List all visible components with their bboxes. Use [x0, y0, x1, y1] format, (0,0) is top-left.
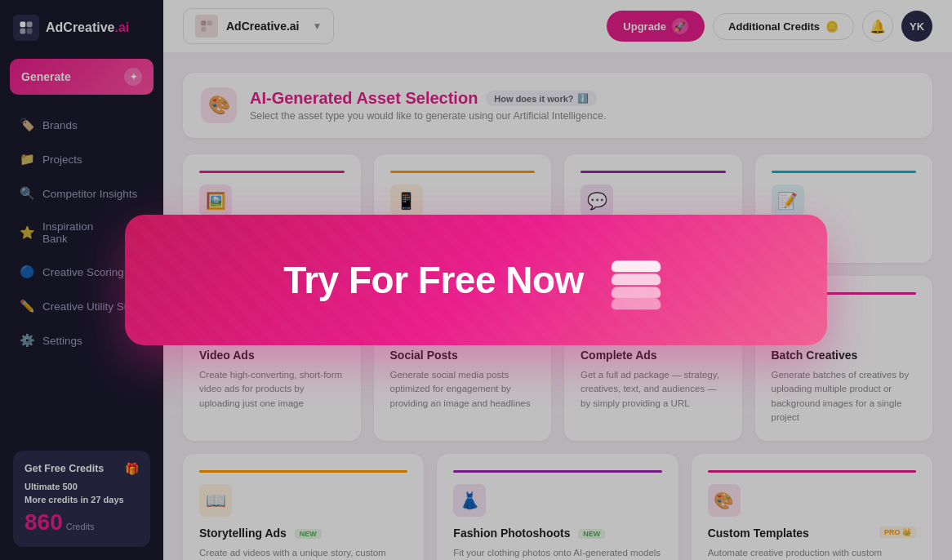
stack-layer-1 — [611, 260, 662, 272]
main-content: AdCreative.ai ▼ Upgrade 🚀 Additional Cre… — [163, 0, 952, 560]
stack-layer-4 — [611, 298, 662, 309]
page-content: 🎨 AI-Generated Asset Selection How does … — [163, 53, 952, 560]
banner-background — [163, 215, 827, 345]
try-free-icon — [603, 247, 669, 313]
stack-layer-3 — [611, 287, 662, 298]
try-free-overlay[interactable]: Try For Free Now — [163, 0, 952, 560]
stack-layer-2 — [611, 273, 662, 285]
try-free-banner[interactable]: Try For Free Now — [163, 215, 827, 345]
stack-icon — [607, 256, 665, 304]
